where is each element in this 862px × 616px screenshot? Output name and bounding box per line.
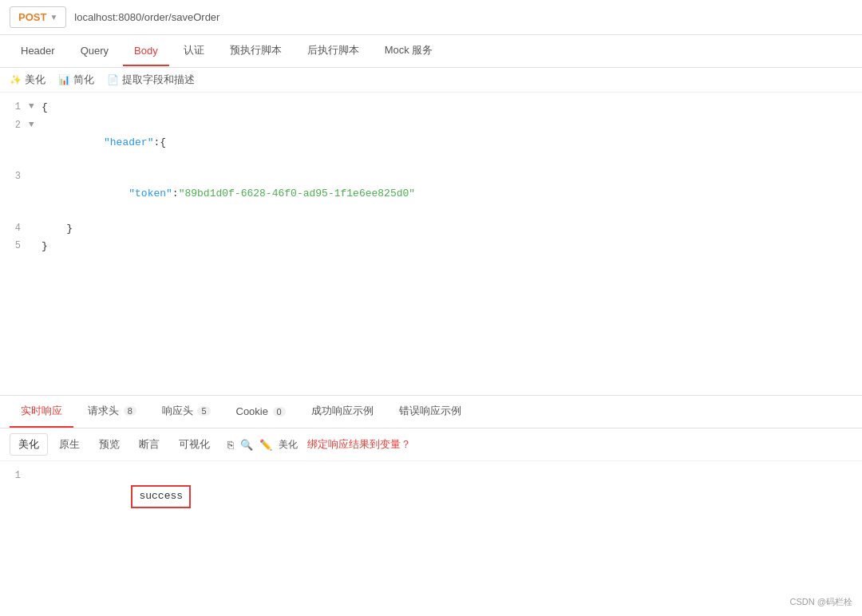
code-content-2: "header":{ — [42, 118, 862, 168]
method-dropdown[interactable]: POST ▼ — [10, 6, 66, 28]
line-number-2: 2 — [0, 118, 29, 133]
success-value: success — [131, 485, 191, 508]
beautify-button[interactable]: ✨ 美化 — [10, 73, 45, 87]
url-input[interactable] — [74, 11, 852, 23]
code-editor[interactable]: 1 ▼ { 2 ▼ "header":{ 3 "token":"89bd1d0f… — [0, 93, 862, 396]
body-toolbar: ✨ 美化 📊 简化 📄 提取字段和描述 — [0, 68, 862, 93]
collapse-toggle-2[interactable]: ▼ — [29, 118, 42, 132]
resp-preview-tab[interactable]: 预览 — [91, 434, 128, 455]
resp-content-1: success — [42, 468, 862, 524]
response-tabs: 实时响应 请求头 8 响应头 5 Cookie 0 成功响应示例 错误响应示例 — [0, 396, 862, 428]
search-icon[interactable]: 🔍 — [240, 439, 253, 451]
response-section: 实时响应 请求头 8 响应头 5 Cookie 0 成功响应示例 错误响应示例 … — [0, 396, 862, 531]
simplify-button[interactable]: 📊 简化 — [58, 73, 94, 87]
line-number-3: 3 — [0, 169, 29, 184]
tab-response-headers[interactable]: 响应头 5 — [151, 396, 222, 428]
simplify-icon: 📊 — [58, 74, 70, 85]
tab-request-headers[interactable]: 请求头 8 — [77, 396, 148, 428]
tab-post-script[interactable]: 后执行脚本 — [296, 35, 370, 67]
tab-pre-script[interactable]: 预执行脚本 — [219, 35, 293, 67]
simplify-label: 简化 — [73, 73, 94, 87]
code-line-1: 1 ▼ { — [0, 99, 862, 117]
resp-assert-tab[interactable]: 断言 — [131, 434, 168, 455]
bind-variable-link[interactable]: 绑定响应结果到变量？ — [307, 437, 411, 452]
request-tabs: Header Query Body 认证 预执行脚本 后执行脚本 Mock 服务 — [0, 35, 862, 68]
req-headers-badge: 8 — [124, 406, 136, 416]
line-number-1: 1 — [0, 100, 29, 115]
tab-query[interactable]: Query — [69, 37, 120, 66]
resp-line-number-1: 1 — [0, 468, 29, 484]
tab-body[interactable]: Body — [123, 37, 169, 66]
code-line-4: 4 } — [0, 220, 862, 239]
code-line-5: 5 } — [0, 238, 862, 256]
method-label: POST — [18, 11, 46, 23]
line-number-4: 4 — [0, 221, 29, 236]
tab-realtime-response[interactable]: 实时响应 — [10, 396, 73, 428]
code-line-2: 2 ▼ "header":{ — [0, 117, 862, 168]
resp-headers-badge: 5 — [197, 406, 210, 416]
code-content-3: "token":"89bd1d0f-6628-46f0-ad95-1f1e6ee… — [42, 169, 862, 219]
code-content-5: } — [42, 239, 862, 255]
beautify-icon: ✨ — [10, 74, 22, 85]
extract-fields-button[interactable]: 📄 提取字段和描述 — [107, 73, 195, 87]
tab-cookie[interactable]: Cookie 0 — [225, 397, 297, 427]
top-bar: POST ▼ — [0, 0, 862, 35]
response-content: 1 success — [0, 461, 862, 531]
cookie-badge: 0 — [273, 407, 286, 417]
collapse-toggle-1[interactable]: ▼ — [29, 100, 42, 114]
response-toolbar: 美化 原生 预览 断言 可视化 ⎘ 🔍 ✏️ 美化 绑定响应结果到变量？ — [0, 428, 862, 461]
beautify-resp-label: 美化 — [279, 438, 298, 452]
tab-auth[interactable]: 认证 — [172, 35, 216, 67]
beautify-label: 美化 — [25, 73, 45, 87]
tab-success-example[interactable]: 成功响应示例 — [300, 396, 385, 428]
tab-header[interactable]: Header — [10, 37, 66, 66]
response-line-1: 1 success — [0, 468, 862, 525]
line-number-5: 5 — [0, 239, 29, 254]
tab-error-example[interactable]: 错误响应示例 — [388, 396, 473, 428]
chevron-down-icon: ▼ — [49, 13, 57, 22]
edit-beautify-icon[interactable]: ✏️ — [259, 439, 272, 451]
code-content-1: { — [42, 100, 862, 116]
copy-icon[interactable]: ⎘ — [227, 439, 234, 451]
resp-beautify-tab[interactable]: 美化 — [10, 433, 48, 456]
code-content-4: } — [42, 221, 862, 238]
tab-mock[interactable]: Mock 服务 — [374, 35, 445, 67]
resp-visualize-tab[interactable]: 可视化 — [171, 434, 218, 455]
resp-raw-tab[interactable]: 原生 — [51, 434, 88, 455]
extract-label: 提取字段和描述 — [122, 73, 195, 87]
extract-icon: 📄 — [107, 74, 119, 85]
code-line-3: 3 "token":"89bd1d0f-6628-46f0-ad95-1f1e6… — [0, 168, 862, 219]
